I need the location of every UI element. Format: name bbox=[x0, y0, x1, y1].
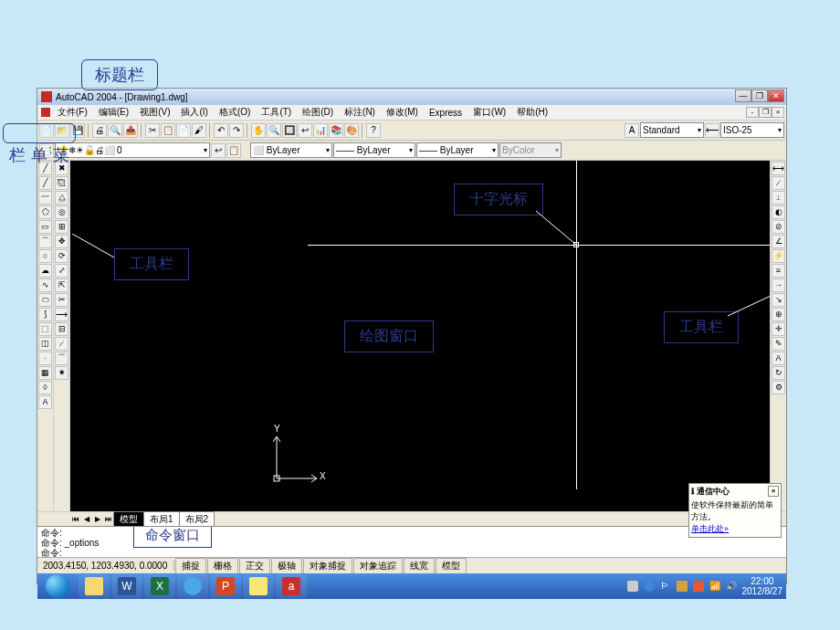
tab-layout2[interactable]: 布局2 bbox=[179, 511, 215, 528]
dim-angular-icon[interactable]: ∠ bbox=[772, 235, 785, 248]
menu-format[interactable]: 格式(O) bbox=[214, 105, 256, 120]
doc-icon[interactable] bbox=[41, 108, 50, 117]
layer-states-icon[interactable]: 📋 bbox=[226, 143, 241, 158]
menu-file[interactable]: 文件(F) bbox=[52, 105, 93, 120]
start-button[interactable] bbox=[37, 573, 78, 599]
task-autocad[interactable]: a bbox=[276, 574, 307, 598]
ortho-toggle[interactable]: 正交 bbox=[239, 558, 270, 574]
dim-linear-icon[interactable]: ⟷ bbox=[772, 162, 785, 175]
dim-text-edit-icon[interactable]: A bbox=[772, 352, 785, 365]
extend-icon[interactable]: ⟶ bbox=[55, 308, 68, 321]
doc-restore[interactable]: ❐ bbox=[759, 107, 772, 118]
task-ie[interactable] bbox=[177, 574, 208, 598]
command-window[interactable]: 命令: 命令: _options 命令: 命令窗口 bbox=[37, 526, 786, 557]
trim-icon[interactable]: ✂ bbox=[55, 293, 68, 307]
dc-icon[interactable]: 📚 bbox=[329, 123, 343, 138]
menu-modify[interactable]: 修改(M) bbox=[381, 105, 424, 120]
paste-icon[interactable]: 📄 bbox=[176, 123, 191, 138]
arc-icon[interactable]: ⌒ bbox=[38, 235, 52, 248]
offset-icon[interactable]: ◎ bbox=[55, 205, 68, 219]
text-style-dropdown[interactable]: Standard bbox=[640, 122, 704, 138]
menu-tools[interactable]: 工具(T) bbox=[256, 105, 297, 120]
dim-ordinate-icon[interactable]: ⟂ bbox=[772, 191, 785, 205]
menu-express[interactable]: Express bbox=[424, 107, 467, 119]
linetype-dropdown[interactable]: —— ByLayer bbox=[333, 142, 415, 158]
ellipse-arc-icon[interactable]: ⟆ bbox=[38, 308, 52, 321]
dim-baseline-icon[interactable]: ≡ bbox=[772, 264, 785, 278]
tray-flag-icon[interactable]: 🏳 bbox=[660, 581, 671, 592]
menu-insert[interactable]: 插入(I) bbox=[175, 105, 213, 120]
color-dropdown[interactable]: ⬜ ByLayer bbox=[250, 142, 332, 158]
region-icon[interactable]: ◊ bbox=[38, 381, 52, 394]
circle-icon[interactable]: ○ bbox=[38, 249, 52, 263]
tray-icon[interactable] bbox=[644, 581, 655, 592]
comm-center-close[interactable]: × bbox=[768, 486, 779, 497]
revcloud-icon[interactable]: ☁ bbox=[38, 264, 52, 278]
dim-style-icon[interactable]: ⚙ bbox=[772, 381, 785, 394]
dim-diameter-icon[interactable]: ⊘ bbox=[772, 220, 785, 234]
doc-close[interactable]: × bbox=[772, 107, 784, 118]
layer-dropdown[interactable]: 💡❄☀🔓🖨⬜ 0 bbox=[55, 142, 210, 158]
tray-volume-icon[interactable]: 🔊 bbox=[726, 581, 737, 592]
erase-icon[interactable]: ✖ bbox=[55, 162, 68, 175]
menu-dimension[interactable]: 标注(N) bbox=[339, 105, 381, 120]
doc-minimize[interactable]: - bbox=[746, 107, 759, 118]
layer-manager-icon[interactable]: 📑 bbox=[39, 143, 54, 158]
text-style-icon[interactable]: A bbox=[625, 123, 639, 138]
zoom-rt-icon[interactable]: 🔍 bbox=[267, 123, 281, 138]
task-explorer[interactable] bbox=[79, 574, 110, 598]
xline-icon[interactable]: ╱ bbox=[38, 176, 52, 190]
model-toggle[interactable]: 模型 bbox=[436, 558, 467, 574]
chamfer-icon[interactable]: ⟋ bbox=[55, 337, 68, 351]
tray-icon[interactable] bbox=[677, 581, 688, 592]
match-icon[interactable]: 🖌 bbox=[192, 123, 206, 138]
menu-window[interactable]: 窗口(W) bbox=[467, 105, 511, 120]
copy-icon[interactable]: 📋 bbox=[161, 123, 175, 138]
dim-style-icon[interactable]: ⟵ bbox=[705, 123, 719, 138]
mirror-icon[interactable]: ⧋ bbox=[55, 191, 68, 205]
task-word[interactable]: W bbox=[111, 574, 142, 598]
drawing-canvas[interactable]: Y X 十字光标 工具栏 绘图窗口 工具栏 bbox=[70, 161, 770, 511]
tab-nav-first[interactable]: ⏮ bbox=[70, 515, 81, 523]
spline-icon[interactable]: ∿ bbox=[38, 278, 52, 292]
cut-icon[interactable]: ✂ bbox=[145, 123, 160, 138]
tab-layout1[interactable]: 布局1 bbox=[143, 511, 180, 528]
text-icon[interactable]: A bbox=[38, 395, 52, 409]
pline-icon[interactable]: 〰 bbox=[38, 191, 52, 205]
line-icon[interactable]: ╱ bbox=[38, 162, 52, 175]
lwt-toggle[interactable]: 线宽 bbox=[404, 558, 435, 574]
grid-toggle[interactable]: 栅格 bbox=[207, 558, 238, 574]
preview-icon[interactable]: 🔍 bbox=[108, 123, 122, 138]
tab-model[interactable]: 模型 bbox=[113, 511, 144, 528]
osnap-toggle[interactable]: 对象捕捉 bbox=[303, 558, 352, 574]
otrack-toggle[interactable]: 对象追踪 bbox=[353, 558, 403, 574]
tray-icon[interactable] bbox=[693, 581, 704, 592]
polygon-icon[interactable]: ⬠ bbox=[38, 205, 52, 219]
break-icon[interactable]: ⊟ bbox=[55, 322, 68, 336]
insert-block-icon[interactable]: ⬚ bbox=[38, 322, 52, 336]
point-icon[interactable]: · bbox=[38, 352, 52, 365]
task-powerpoint[interactable]: P bbox=[210, 574, 241, 598]
menu-help[interactable]: 帮助(H) bbox=[511, 105, 553, 120]
menu-view[interactable]: 视图(V) bbox=[134, 105, 175, 120]
rectangle-icon[interactable]: ▭ bbox=[38, 220, 52, 234]
stretch-icon[interactable]: ⇱ bbox=[55, 278, 68, 292]
fillet-icon[interactable]: ⌒ bbox=[55, 352, 68, 365]
tab-nav-next[interactable]: ▶ bbox=[92, 515, 103, 523]
minimize-button[interactable]: — bbox=[735, 89, 751, 102]
explode-icon[interactable]: ✷ bbox=[55, 366, 68, 380]
close-button[interactable]: ✕ bbox=[768, 89, 784, 102]
menu-edit[interactable]: 编辑(E) bbox=[93, 105, 134, 120]
print-icon[interactable]: 🖨 bbox=[92, 123, 107, 138]
polar-toggle[interactable]: 极轴 bbox=[271, 558, 302, 574]
copy-obj-icon[interactable]: ⿻ bbox=[55, 176, 68, 190]
tray-network-icon[interactable]: 📶 bbox=[709, 581, 720, 592]
zoom-win-icon[interactable]: 🔲 bbox=[282, 123, 297, 138]
task-notes[interactable] bbox=[243, 574, 274, 598]
leader-icon[interactable]: ↘ bbox=[772, 293, 785, 307]
comm-center-link[interactable]: 单击此处» bbox=[691, 523, 779, 535]
publish-icon[interactable]: 📤 bbox=[123, 123, 138, 138]
dim-aligned-icon[interactable]: ⟋ bbox=[772, 176, 785, 190]
tolerance-icon[interactable]: ⊕ bbox=[772, 308, 785, 321]
dim-update-icon[interactable]: ↻ bbox=[772, 366, 785, 380]
